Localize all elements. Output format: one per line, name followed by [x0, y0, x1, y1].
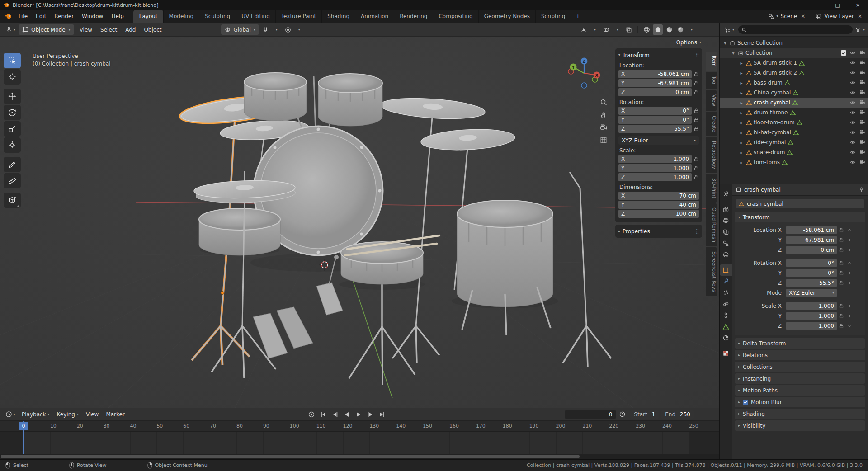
animate-dot-icon[interactable]	[846, 314, 853, 318]
tab-object[interactable]	[720, 264, 732, 276]
pan-hand-icon[interactable]	[599, 111, 608, 119]
lock-icon[interactable]	[837, 270, 846, 276]
expand-icon[interactable]: ▾	[731, 51, 736, 56]
current-frame-field[interactable]: 0	[565, 410, 616, 419]
editor-type-button[interactable]: ▾	[4, 26, 17, 33]
number-field[interactable]: Z -55.5°	[618, 125, 692, 133]
number-field[interactable]: 0°	[786, 259, 837, 267]
maximize-button[interactable]: □	[827, 0, 848, 10]
lock-icon[interactable]	[693, 117, 699, 122]
zoom-icon[interactable]	[599, 98, 608, 106]
hide-viewport-toggle[interactable]	[849, 89, 856, 96]
lock-icon[interactable]	[837, 303, 846, 309]
disable-render-toggle[interactable]	[859, 50, 865, 56]
timeline-scrollbar[interactable]	[0, 454, 719, 459]
disable-render-toggle[interactable]	[859, 70, 865, 76]
sidebar-tab[interactable]: Retopology	[706, 137, 717, 173]
animate-dot-icon[interactable]	[846, 281, 853, 285]
object-name-field[interactable]: crash-cymbal	[736, 199, 864, 208]
number-field[interactable]: 1.000	[786, 312, 837, 320]
outliner-search-input[interactable]	[738, 25, 853, 34]
show-gizmo-toggle[interactable]	[579, 24, 589, 35]
hide-viewport-toggle[interactable]	[849, 159, 856, 165]
navigation-gizmo[interactable]: Z Y X	[565, 54, 604, 93]
options-dropdown[interactable]: Options ▾	[676, 39, 701, 46]
timeline-editor-type-button[interactable]: ▾	[4, 411, 17, 418]
lock-icon[interactable]	[837, 280, 846, 286]
lock-icon[interactable]	[837, 247, 846, 253]
animate-dot-icon[interactable]	[846, 248, 853, 252]
hide-viewport-toggle[interactable]	[849, 119, 856, 126]
mode-dropdown[interactable]: Object Mode ▾	[19, 24, 74, 35]
hide-viewport-toggle[interactable]	[849, 80, 856, 86]
disable-render-toggle[interactable]	[859, 149, 865, 155]
collapsed-panel[interactable]: ▸ Instancing	[735, 373, 865, 384]
animate-dot-icon[interactable]	[846, 261, 853, 265]
hide-viewport-toggle[interactable]	[849, 99, 856, 106]
outliner-object-row[interactable]: ▸ bass-drum	[720, 78, 868, 88]
properties-panel-collapsed[interactable]: ▸ Properties ⣿	[615, 225, 702, 238]
sidebar-tab[interactable]: Item	[706, 52, 717, 71]
scene-unlink-button[interactable]: ×	[799, 13, 807, 19]
number-field[interactable]: 1.000	[786, 322, 837, 330]
sidebar-tab[interactable]: Screencast Keys	[706, 247, 717, 296]
start-frame-field[interactable]: Start 1	[630, 410, 659, 419]
number-field[interactable]: Y 0°	[618, 116, 692, 124]
workspace-tab[interactable]: Scripting	[535, 10, 571, 23]
tab-output[interactable]	[720, 215, 732, 226]
outliner-display-mode-caret[interactable]: ▾	[732, 28, 734, 32]
panel-drag-handle[interactable]: ⣿	[696, 229, 699, 234]
workspace-tab[interactable]: Shading	[321, 10, 355, 23]
number-field[interactable]: -58.061 cm	[786, 226, 837, 234]
hide-viewport-toggle[interactable]	[849, 129, 856, 136]
expand-icon[interactable]: ▸	[739, 100, 744, 105]
pin-icon[interactable]	[859, 187, 864, 193]
lock-icon[interactable]	[693, 174, 699, 180]
panel-checkbox[interactable]	[743, 400, 748, 405]
lock-icon[interactable]	[693, 126, 699, 132]
blender-menu-icon[interactable]	[4, 10, 14, 23]
tab-modifiers[interactable]	[720, 276, 732, 287]
timeline-menu[interactable]: Playback	[18, 411, 53, 418]
disable-render-toggle[interactable]	[859, 60, 865, 66]
hide-viewport-toggle[interactable]	[849, 149, 856, 155]
disable-render-toggle[interactable]	[859, 139, 865, 146]
auto-key-button[interactable]	[306, 410, 317, 419]
filter-icon[interactable]	[855, 27, 861, 33]
number-field[interactable]: 0°	[786, 269, 837, 277]
expand-icon[interactable]: ▸	[739, 160, 744, 165]
animate-dot-icon[interactable]	[846, 324, 853, 328]
sidebar-tab[interactable]: View	[706, 90, 717, 110]
play-button[interactable]	[353, 410, 364, 419]
collapsed-panel[interactable]: ▸ Shading	[735, 409, 865, 419]
add-cube-tool[interactable]	[4, 193, 21, 208]
disable-render-toggle[interactable]	[859, 109, 865, 116]
outliner-object-row[interactable]: ▸ snare-drum	[720, 147, 868, 157]
collapsed-panel[interactable]: ▸ Visibility	[735, 420, 865, 431]
lock-icon[interactable]	[693, 80, 699, 86]
number-field[interactable]: Z 1.000	[618, 173, 692, 181]
viewport-3d[interactable]: User Perspective (0) Collection | crash-…	[0, 37, 719, 408]
number-field[interactable]: -67.981 cm	[786, 236, 837, 244]
outliner-object-row[interactable]: ▸ floor-tom-drum	[720, 118, 868, 127]
lock-icon[interactable]	[693, 71, 699, 77]
timeline-ruler[interactable]: 0102030405060708090100110120130140150160…	[0, 421, 719, 432]
viewport-scene[interactable]	[0, 37, 719, 408]
workspace-tab[interactable]: Animation	[355, 10, 394, 23]
number-field[interactable]: X 0°	[618, 107, 692, 115]
jump-to-end-button[interactable]	[377, 410, 387, 419]
rotation-mode-dropdown[interactable]: XYZ Euler ▾	[786, 289, 837, 297]
jump-to-start-button[interactable]	[318, 410, 329, 419]
tab-view-layer[interactable]	[720, 226, 732, 238]
proportional-edit-toggle[interactable]	[283, 24, 293, 35]
sidebar-tab[interactable]: Tool	[706, 72, 717, 89]
collapsed-panel[interactable]: ▸ Collections	[735, 362, 865, 372]
topbar-menu[interactable]: Render	[50, 10, 78, 23]
camera-view-icon[interactable]	[599, 123, 608, 132]
shading-rendered-button[interactable]	[675, 24, 685, 35]
scene-collection-row[interactable]: ▾ Scene Collection	[720, 38, 868, 48]
tab-texture[interactable]	[720, 348, 732, 359]
expand-icon[interactable]: ▸	[739, 80, 744, 85]
workspace-tab[interactable]: Geometry Nodes	[478, 10, 535, 23]
tab-world[interactable]	[720, 249, 732, 260]
